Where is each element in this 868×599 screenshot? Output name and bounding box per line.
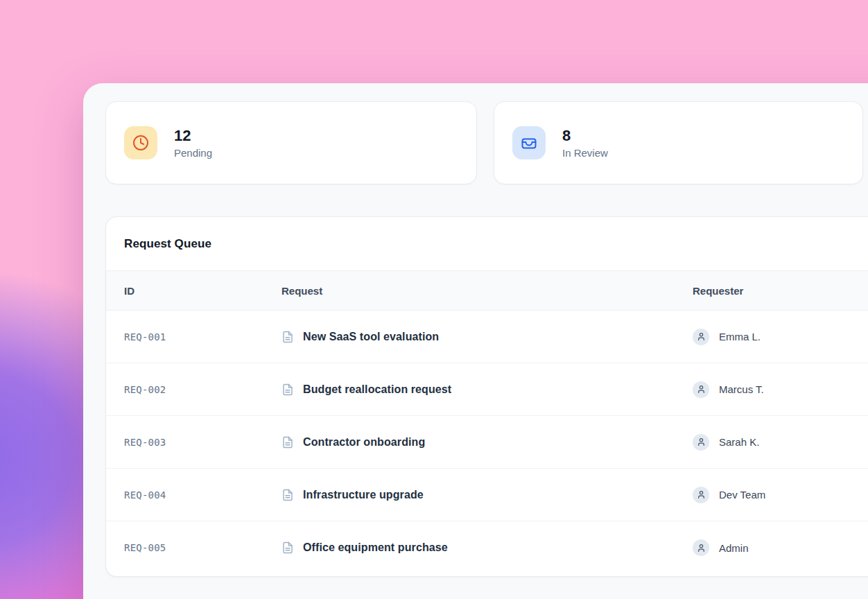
requester-name: Admin xyxy=(719,542,749,554)
request-title: Contractor onboarding xyxy=(303,436,425,449)
request-title: Office equipment purchase xyxy=(303,541,448,554)
stat-badge-pending xyxy=(124,126,157,159)
table-row[interactable]: REQ-003 Contractor onboarding xyxy=(106,416,868,469)
avatar xyxy=(693,487,709,503)
document-icon xyxy=(281,383,294,396)
document-icon xyxy=(281,331,294,343)
avatar xyxy=(693,381,709,398)
requester-name: Emma L. xyxy=(719,331,761,342)
request-cell: New SaaS tool evaluation xyxy=(281,331,693,343)
app-panel: 12 Pending 8 In Review Request Queue xyxy=(83,83,868,599)
inbox-icon xyxy=(521,134,537,151)
stats-row: 12 Pending 8 In Review xyxy=(105,101,868,184)
requester-name: Marcus T. xyxy=(719,383,764,395)
request-cell: Office equipment purchase xyxy=(281,541,693,554)
column-header-id: ID xyxy=(124,285,281,297)
avatar xyxy=(693,329,709,345)
request-id: REQ-004 xyxy=(124,489,281,501)
stat-value-in-review: 8 xyxy=(562,127,608,144)
table-row[interactable]: REQ-002 Budget reallocation request xyxy=(106,363,868,416)
user-icon xyxy=(697,385,706,394)
user-icon xyxy=(697,332,706,341)
avatar xyxy=(693,539,709,556)
table-row[interactable]: REQ-001 New SaaS tool evaluation xyxy=(106,311,868,363)
table-title: Request Queue xyxy=(124,237,211,251)
stat-badge-in-review xyxy=(512,126,546,159)
requester-cell: Admin xyxy=(693,539,868,556)
request-title: Budget reallocation request xyxy=(303,383,451,396)
document-icon xyxy=(281,541,294,554)
user-icon xyxy=(697,437,706,446)
requester-cell: Marcus T. xyxy=(693,381,868,398)
stat-label-pending: Pending xyxy=(174,147,212,159)
request-cell: Budget reallocation request xyxy=(281,383,693,396)
table-row[interactable]: REQ-004 Infrastructure upgrade xyxy=(106,469,868,521)
request-queue-card: Request Queue ID Request Requester REQ-0… xyxy=(105,216,868,577)
request-id: REQ-003 xyxy=(124,437,281,448)
request-cell: Infrastructure upgrade xyxy=(281,489,693,501)
stat-text: 8 In Review xyxy=(562,127,608,158)
request-title: New SaaS tool evaluation xyxy=(303,331,439,343)
user-icon xyxy=(697,490,706,499)
user-icon xyxy=(697,544,706,553)
stat-card-in-review: 8 In Review xyxy=(494,101,863,184)
column-header-request: Request xyxy=(281,285,693,297)
document-icon xyxy=(281,436,294,449)
stat-text: 12 Pending xyxy=(174,127,212,158)
requester-cell: Emma L. xyxy=(693,329,868,345)
table-row[interactable]: REQ-005 Office equipment purchase xyxy=(106,521,868,574)
column-header-requester: Requester xyxy=(693,285,868,297)
request-id: REQ-005 xyxy=(124,542,281,553)
table-column-headers: ID Request Requester xyxy=(106,271,868,311)
request-title: Infrastructure upgrade xyxy=(303,489,424,501)
table-header: Request Queue xyxy=(106,217,868,271)
requester-cell: Sarah K. xyxy=(693,434,868,451)
stat-value-pending: 12 xyxy=(174,127,212,144)
request-id: REQ-002 xyxy=(124,384,281,395)
document-icon xyxy=(281,489,294,501)
request-id: REQ-001 xyxy=(124,331,281,342)
request-cell: Contractor onboarding xyxy=(281,436,693,449)
stat-card-pending: 12 Pending xyxy=(105,101,477,184)
clock-icon xyxy=(132,134,149,151)
requester-name: Dev Team xyxy=(719,489,765,501)
table-body: REQ-001 New SaaS tool evaluation xyxy=(106,311,868,576)
requester-name: Sarah K. xyxy=(719,436,759,448)
avatar xyxy=(693,434,709,451)
stat-label-in-review: In Review xyxy=(562,147,608,159)
requester-cell: Dev Team xyxy=(693,487,868,503)
